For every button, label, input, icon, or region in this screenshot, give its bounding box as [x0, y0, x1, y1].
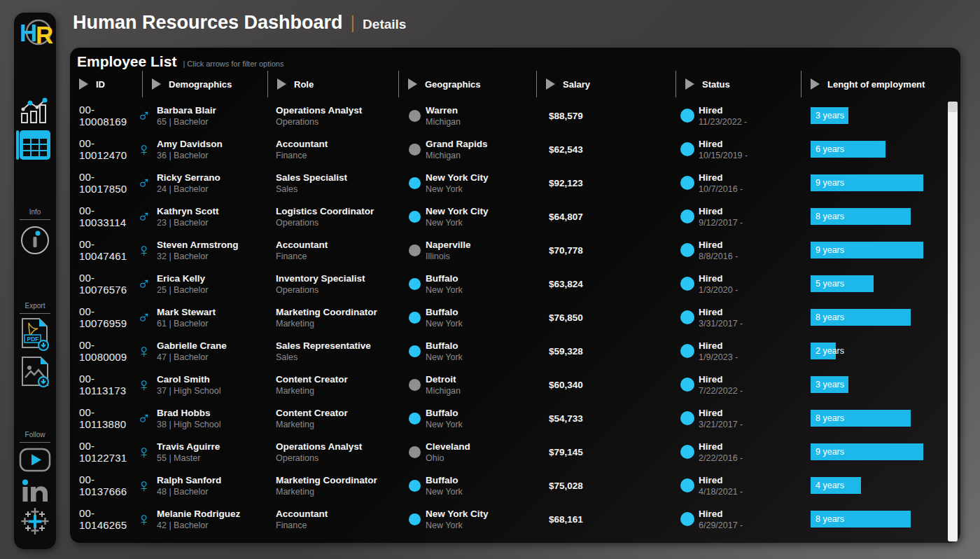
city-dot	[409, 345, 421, 357]
filter-arrow-icon[interactable]	[685, 78, 694, 90]
filter-arrow-icon[interactable]	[811, 78, 820, 90]
employee-status: Hired	[699, 172, 743, 184]
employee-city: Warren	[426, 104, 461, 116]
logo-letter-r: R	[36, 21, 53, 48]
employee-name: Mark Stewart	[157, 306, 216, 318]
gender-icon: ♀	[137, 375, 157, 394]
employee-city: Cleveland	[426, 441, 470, 453]
employee-status: Hired	[699, 272, 738, 284]
employee-hire-date: 3/31/2017 -	[699, 318, 743, 329]
employee-salary: $75,028	[549, 481, 680, 491]
table-row[interactable]: 00-10076959 ♂ Mark Stewart 61 | Bachelor…	[70, 301, 951, 334]
column-label: Salary	[563, 79, 590, 90]
employee-state: Michigan	[426, 116, 461, 127]
gender-icon: ♀	[137, 476, 157, 495]
table-row[interactable]: 00-10017850 ♂ Ricky Serrano 24 | Bachelo…	[70, 166, 951, 200]
sidebar-item-charts[interactable]	[14, 97, 56, 125]
status-dot	[680, 445, 694, 459]
table-row[interactable]: 00-10113173 ♀ Carol Smith 37 | High Scho…	[70, 368, 951, 401]
gender-icon: ♀	[137, 443, 157, 461]
employee-state: New York	[426, 184, 489, 195]
city-dot	[409, 110, 421, 122]
employee-role: Accountant	[276, 239, 328, 251]
follow-label: Follow	[14, 431, 56, 439]
filter-arrow-icon[interactable]	[79, 78, 88, 90]
employee-role: Content Creator	[276, 373, 348, 385]
employee-hire-date: 3/21/2017 -	[699, 419, 743, 430]
employee-age-education: 38 | High School	[157, 419, 221, 430]
filter-arrow-icon[interactable]	[408, 78, 417, 90]
table-row[interactable]: 00-10080009 ♀ Gabrielle Crane 47 | Bache…	[70, 334, 951, 368]
employee-name: Ricky Serrano	[157, 172, 220, 184]
table-row[interactable]: 00-10122731 ♀ Travis Aguirre 55 | Master…	[70, 435, 951, 469]
export-label: Export	[14, 302, 56, 310]
tableau-link[interactable]	[14, 506, 56, 536]
table-row[interactable]: 00-10113880 ♂ Brad Hobbs 38 | High Schoo…	[70, 401, 951, 435]
employee-state: New York	[426, 419, 463, 430]
scrollbar-track[interactable]	[948, 102, 958, 541]
employee-city: Grand Rapids	[426, 138, 488, 150]
employee-role: Accountant	[276, 138, 328, 150]
export-image-button[interactable]	[14, 356, 56, 387]
employee-id: 00-10033114	[79, 205, 137, 228]
svg-text:PDF: PDF	[27, 336, 39, 343]
filter-arrow-icon[interactable]	[152, 78, 161, 90]
export-divider	[20, 313, 50, 314]
linkedin-link[interactable]	[14, 477, 56, 502]
city-dot	[409, 379, 421, 391]
table-row[interactable]: 00-10047461 ♀ Steven Armstrong 32 | Bach…	[70, 233, 951, 267]
employee-id: 00-10008169	[79, 104, 137, 127]
employee-department: Marketing	[276, 486, 377, 497]
gender-icon: ♂	[137, 308, 157, 326]
employee-name: Brad Hobbs	[157, 407, 221, 419]
employee-department: Finance	[276, 251, 328, 262]
employee-city: New York City	[426, 205, 489, 217]
table-row[interactable]: 00-10137666 ♀ Ralph Sanford 48 | Bachelo…	[70, 469, 951, 502]
youtube-link[interactable]	[14, 448, 56, 472]
employee-city: New York City	[426, 172, 489, 184]
employee-city: Buffalo	[426, 272, 463, 284]
employee-salary: $60,340	[549, 380, 680, 390]
export-pdf-button[interactable]: PDF	[14, 318, 56, 351]
column-header-length-of-employment: Lenght of employment	[801, 71, 951, 97]
tenure-label: 5 years	[811, 279, 844, 289]
employee-salary: $76,850	[549, 312, 680, 323]
dashboard-subtitle: Details	[363, 17, 406, 32]
table-row[interactable]: 00-10076576 ♂ Erica Kelly 25 | Bachelor …	[70, 267, 951, 301]
info-icon	[20, 226, 50, 255]
employee-department: Marketing	[276, 419, 348, 430]
employee-hire-date: 7/22/2022 -	[699, 385, 743, 396]
logo-letter-h: H	[20, 19, 37, 46]
employee-hire-date: 11/23/2022 -	[699, 116, 747, 127]
employee-id: 00-10080009	[79, 339, 137, 363]
table-row[interactable]: 00-10008169 ♂ Barbara Blair 65 | Bachelo…	[70, 99, 951, 132]
employee-hire-date: 2/22/2016 -	[699, 453, 743, 464]
employee-role: Logistics Coordinator	[276, 205, 374, 217]
employee-hire-date: 10/7/2016 -	[699, 184, 743, 195]
employee-age-education: 32 | Bachelor	[157, 251, 239, 262]
info-button[interactable]	[14, 226, 56, 255]
employee-status: Hired	[699, 373, 743, 385]
employee-rows: 00-10008169 ♂ Barbara Blair 65 | Bachelo…	[70, 99, 951, 536]
table-row[interactable]: 00-10033114 ♂ Kathryn Scott 23 | Bachelo…	[70, 200, 951, 233]
filter-arrow-icon[interactable]	[546, 78, 555, 90]
employee-state: New York	[426, 520, 489, 531]
employee-name: Steven Armstrong	[157, 239, 239, 251]
sidebar-item-details-table[interactable]	[14, 130, 56, 160]
employee-role: Inventory Specialist	[276, 272, 365, 284]
employee-status: Hired	[699, 138, 748, 150]
employee-city: Detroit	[426, 373, 461, 385]
employee-name: Kathryn Scott	[157, 205, 219, 217]
table-row[interactable]: 00-10012470 ♀ Amy Davidson 36 | Bachelor…	[70, 132, 951, 166]
tenure-label: 3 years	[811, 111, 844, 120]
scrollbar-thumb[interactable]	[948, 102, 958, 112]
pdf-download-icon: PDF	[20, 318, 50, 351]
filter-arrow-icon[interactable]	[277, 78, 286, 90]
employee-id: 00-10076959	[79, 305, 137, 329]
status-dot	[680, 411, 694, 425]
status-dot	[680, 310, 694, 324]
table-row[interactable]: 00-10146265 ♀ Melanie Rodriguez 42 | Bac…	[70, 502, 951, 536]
employee-name: Travis Aguirre	[157, 441, 220, 453]
employee-role: Accountant	[276, 508, 328, 520]
image-download-icon	[20, 356, 50, 387]
